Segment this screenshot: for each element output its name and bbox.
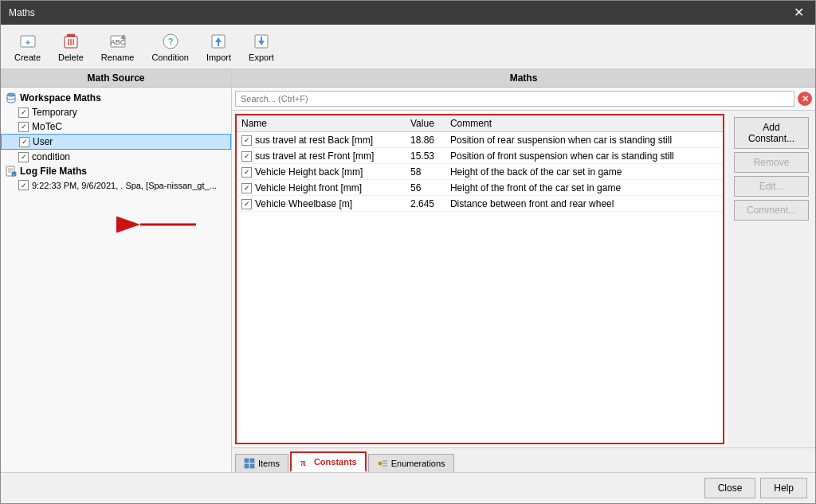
tab-enumerations[interactable]: Enumerations xyxy=(368,454,454,472)
main-content: Math Source Workspace Maths xyxy=(1,69,815,472)
right-panel-header: Maths xyxy=(232,69,815,88)
col-name: Name xyxy=(237,115,406,132)
cell-name: Vehicle Wheelbase [m] xyxy=(237,196,406,212)
table-row[interactable]: Vehicle Height front [mm]56Height of the… xyxy=(237,180,723,196)
svg-text:ABC: ABC xyxy=(110,38,125,46)
cell-comment: Distance between front and rear wheel xyxy=(445,196,723,212)
delete-button[interactable]: Delete xyxy=(51,28,91,66)
cell-value: 2.645 xyxy=(406,196,445,212)
svg-rect-30 xyxy=(250,464,254,468)
cell-value: 15.53 xyxy=(406,148,445,164)
checkbox-condition[interactable] xyxy=(18,152,29,162)
col-comment: Comment xyxy=(445,115,723,132)
grid-icon xyxy=(244,458,255,469)
close-button[interactable]: Close xyxy=(704,478,756,498)
main-window: Maths ✕ + Create De xyxy=(0,0,816,504)
left-panel-header: Math Source xyxy=(1,69,231,88)
rename-icon: ABC xyxy=(108,32,128,51)
delete-icon xyxy=(61,32,80,51)
create-icon: + xyxy=(18,32,37,51)
import-button[interactable]: Import xyxy=(199,28,238,66)
svg-rect-27 xyxy=(245,459,249,463)
bottom-tabs: Items π Constants xyxy=(232,447,815,472)
svg-text:i: i xyxy=(14,173,14,177)
row-checkbox[interactable] xyxy=(241,151,252,162)
create-button[interactable]: + Create xyxy=(7,28,48,66)
condition-icon: ? xyxy=(161,32,180,51)
right-panel: Maths ✕ Name Value xyxy=(232,69,815,472)
title-bar: Maths ✕ xyxy=(1,1,815,25)
tree-item-temporary[interactable]: Temporary xyxy=(1,105,231,119)
row-checkbox[interactable] xyxy=(241,199,252,209)
table-row[interactable]: Vehicle Wheelbase [m]2.645Distance betwe… xyxy=(237,196,723,212)
search-input[interactable] xyxy=(235,91,794,107)
window-title: Maths xyxy=(9,7,35,18)
left-panel-content: Workspace Maths Temporary MoTeC User xyxy=(1,88,231,472)
content-row: Name Value Comment sus travel at rest Ba… xyxy=(232,111,815,447)
tree-item-condition[interactable]: condition xyxy=(1,150,231,164)
window-close-button[interactable]: ✕ xyxy=(790,6,807,19)
cell-name: Vehicle Height front [mm] xyxy=(237,180,406,196)
cell-name: sus travel at rest Back [mm] xyxy=(237,132,406,148)
tree-item-user[interactable]: User xyxy=(1,134,231,150)
checkbox-temporary[interactable] xyxy=(18,107,29,118)
import-icon xyxy=(209,32,228,51)
add-constant-button[interactable]: Add Constant... xyxy=(734,117,809,149)
remove-button[interactable]: Remove xyxy=(734,152,809,173)
svg-text:π: π xyxy=(300,457,306,467)
database-icon xyxy=(6,92,17,104)
svg-rect-28 xyxy=(250,459,254,463)
export-icon xyxy=(252,32,271,51)
condition-button[interactable]: ? Condition xyxy=(144,28,195,66)
svg-point-32 xyxy=(379,462,382,465)
table-row[interactable]: sus travel at rest Front [mm]15.53Positi… xyxy=(237,148,723,164)
edit-button[interactable]: Edit... xyxy=(734,176,809,197)
tab-items-label: Items xyxy=(258,459,280,468)
svg-rect-29 xyxy=(245,464,249,468)
tree-item-motec[interactable]: MoTeC xyxy=(1,119,231,134)
cell-value: 58 xyxy=(406,164,445,180)
tree-item-logfile[interactable]: 9:22:33 PM, 9/6/2021, . Spa, [Spa-nissan… xyxy=(1,178,231,192)
table-row[interactable]: sus travel at rest Back [mm]18.86Positio… xyxy=(237,132,723,148)
tab-constants[interactable]: π Constants xyxy=(290,451,367,472)
svg-point-20 xyxy=(7,93,15,96)
tab-constants-label: Constants xyxy=(314,457,357,467)
rename-button[interactable]: ABC Rename xyxy=(94,28,142,66)
checkbox-motec[interactable] xyxy=(18,122,29,132)
export-button[interactable]: Export xyxy=(241,28,281,66)
cell-comment: Position of front suspension when car is… xyxy=(445,148,723,164)
cell-comment: Position of rear suspension when car is … xyxy=(445,132,723,148)
right-panel-content: ✕ Name Value Comment xyxy=(232,88,815,472)
checkbox-logfile[interactable] xyxy=(18,180,29,190)
log-file-maths-label: i Log File Maths xyxy=(1,164,231,178)
left-panel: Math Source Workspace Maths xyxy=(1,69,232,472)
enum-icon xyxy=(377,458,388,469)
search-bar: ✕ xyxy=(232,88,815,111)
cell-comment: Height of the back of the car set in gam… xyxy=(445,164,723,180)
right-buttons: Add Constant... Remove Edit... Comment..… xyxy=(728,111,815,447)
tab-enumerations-label: Enumerations xyxy=(391,459,445,468)
table-container: Name Value Comment sus travel at rest Ba… xyxy=(235,114,724,444)
cell-name: sus travel at rest Front [mm] xyxy=(237,148,406,164)
logfile-icon: i xyxy=(6,166,17,177)
cell-comment: Height of the front of the car set in ga… xyxy=(445,180,723,196)
row-checkbox[interactable] xyxy=(241,135,252,146)
toolbar: + Create Delete ABC xyxy=(1,25,815,69)
cell-value: 18.86 xyxy=(406,132,445,148)
pi-icon: π xyxy=(300,456,311,467)
tab-items[interactable]: Items xyxy=(235,454,288,472)
data-table: Name Value Comment sus travel at rest Ba… xyxy=(237,115,723,212)
comment-button[interactable]: Comment... xyxy=(734,200,809,221)
footer: Close Help xyxy=(1,472,815,503)
help-button[interactable]: Help xyxy=(760,478,807,498)
row-checkbox[interactable] xyxy=(241,167,252,178)
tree-area: Workspace Maths Temporary MoTeC User xyxy=(1,88,231,472)
col-value: Value xyxy=(406,115,445,132)
row-checkbox[interactable] xyxy=(241,183,252,193)
table-row[interactable]: Vehicle Height back [mm]58Height of the … xyxy=(237,164,723,180)
cell-value: 56 xyxy=(406,180,445,196)
search-clear-button[interactable]: ✕ xyxy=(798,92,812,106)
workspace-maths-label: Workspace Maths xyxy=(1,91,231,105)
checkbox-user[interactable] xyxy=(19,137,29,147)
svg-text:?: ? xyxy=(167,37,173,46)
